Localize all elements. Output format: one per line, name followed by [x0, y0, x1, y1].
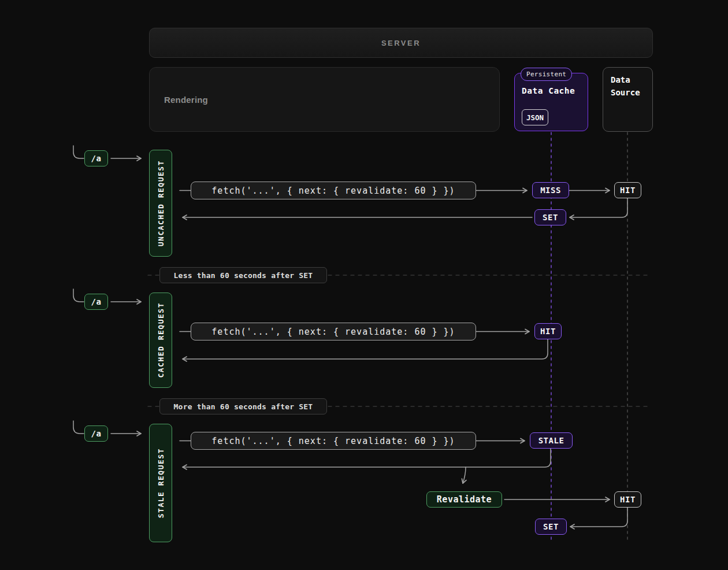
lane2-box: CACHED REQUEST	[149, 293, 172, 388]
lane1-route-chip: /a	[84, 150, 108, 166]
data-cache-box: Persistent Data Cache JSON	[514, 73, 588, 131]
divider1-label: Less than 60 seconds after SET	[159, 267, 327, 283]
lane1-fetch-call: fetch('...', { next: { revalidate: 60 } …	[191, 182, 476, 199]
lane2-hit-chip: HIT	[534, 323, 562, 339]
lane3-fetch-call: fetch('...', { next: { revalidate: 60 } …	[191, 432, 476, 450]
lane3-revalidate-chip: Revalidate	[426, 491, 502, 508]
lane2-hit-return-arrow	[183, 339, 548, 359]
lane2-route-chip: /a	[84, 294, 108, 310]
rendering-box: Rendering	[149, 67, 500, 132]
persistent-badge: Persistent	[521, 68, 572, 81]
lane1-hit-to-set-arrow	[570, 198, 627, 217]
lane3-title: STALE REQUEST	[157, 448, 165, 518]
data-source-title: Data Source	[611, 74, 640, 99]
lane3-source-hit-chip: HIT	[614, 491, 641, 508]
data-source-box: Data Source	[603, 67, 653, 132]
lane1-box: UNCACHED REQUEST	[149, 150, 172, 257]
data-source-line1: Data	[611, 74, 640, 87]
lane3-stale-return-arrow	[183, 449, 551, 467]
divider2-label: More than 60 seconds after SET	[159, 398, 327, 414]
lane3-box: STALE REQUEST	[149, 424, 172, 542]
lane3-stale-chip: STALE	[530, 432, 573, 449]
lane2-title: CACHED REQUEST	[157, 302, 165, 378]
lane3-set-chip: SET	[535, 519, 567, 535]
lane1-hook	[73, 146, 84, 158]
server-label: SERVER	[381, 39, 421, 47]
lane1-title: UNCACHED REQUEST	[157, 160, 165, 246]
data-cache-title: Data Cache	[522, 86, 575, 95]
rendering-label: Rendering	[164, 95, 208, 105]
lane2-fetch-call: fetch('...', { next: { revalidate: 60 } …	[191, 323, 476, 340]
lane1-set-chip: SET	[534, 209, 566, 225]
lane1-source-hit-chip: HIT	[614, 182, 641, 198]
revalidation-diagram: SERVER Rendering Persistent Data Cache J…	[0, 0, 728, 570]
lane2-hook	[73, 289, 84, 302]
lane3-hook	[73, 421, 84, 434]
server-header: SERVER	[149, 28, 653, 58]
lane1-miss-chip: MISS	[532, 182, 569, 198]
lane3-branch-down-arrow	[463, 467, 466, 483]
lane3-hit-to-set-arrow	[570, 508, 627, 527]
lane3-route-chip: /a	[84, 425, 108, 442]
data-source-line2: Source	[611, 87, 640, 99]
json-chip: JSON	[522, 109, 548, 125]
